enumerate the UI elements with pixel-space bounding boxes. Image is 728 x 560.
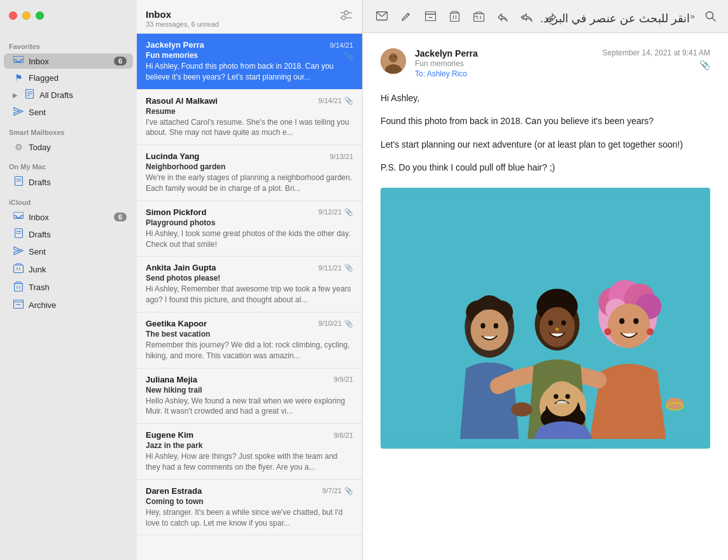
message-date: 9/11/21 bbox=[318, 264, 342, 272]
message-date: 9/9/21 bbox=[333, 375, 353, 383]
sidebar-item-all-drafts[interactable]: ▶ All Drafts bbox=[4, 87, 133, 103]
sidebar-item-flagged[interactable]: ⚑ Flagged bbox=[4, 70, 133, 85]
message-sender: Daren Estrada bbox=[146, 486, 202, 496]
email-to: To: Ashley Rico bbox=[415, 69, 594, 78]
compose-button[interactable] bbox=[396, 8, 416, 25]
sidebar-item-junk-icloud[interactable]: Junk bbox=[4, 261, 133, 277]
inbox-badge: 6 bbox=[114, 57, 127, 66]
sidebar-inbox-label: Inbox bbox=[29, 57, 109, 66]
email-from-name: Jackelyn Perra bbox=[415, 48, 594, 59]
svg-point-82 bbox=[511, 402, 532, 416]
maximize-button[interactable] bbox=[36, 11, 44, 20]
sidebar-junk-icloud-label: Junk bbox=[29, 265, 127, 274]
message-date: 9/10/21 bbox=[318, 319, 342, 327]
email-attachment-icon-detail: 📎 bbox=[603, 60, 710, 70]
archive-icloud-icon bbox=[13, 300, 24, 311]
new-message-button[interactable] bbox=[372, 8, 392, 25]
sidebar-trash-icloud-label: Trash bbox=[29, 283, 127, 292]
svg-point-66 bbox=[605, 328, 612, 335]
filter-icon[interactable] bbox=[339, 9, 353, 24]
message-item[interactable]: Jackelyn Perra 9/14/21 Fun memories 📎 Hi… bbox=[137, 34, 362, 90]
favorites-section-label: Favorites bbox=[0, 35, 137, 53]
message-items: Jackelyn Perra 9/14/21 Fun memories 📎 Hi… bbox=[137, 34, 362, 560]
message-item[interactable]: Geetika Kapoor 9/10/21 📎 The best vacati… bbox=[137, 312, 362, 368]
sidebar-item-inbox-icloud[interactable]: Inbox 6 bbox=[4, 209, 133, 225]
message-item[interactable]: Ankita Jain Gupta 9/11/21 📎 Send photos … bbox=[137, 256, 362, 312]
minimize-button[interactable] bbox=[22, 11, 31, 20]
email-subject-detail: Fun memories bbox=[415, 59, 594, 68]
junk-icloud-icon bbox=[13, 263, 24, 275]
svg-rect-81 bbox=[557, 401, 568, 403]
message-subject: Jazz in the park bbox=[146, 441, 353, 450]
sidebar-item-inbox[interactable]: Inbox 6 bbox=[4, 53, 133, 69]
sidebar-all-drafts-label: All Drafts bbox=[39, 90, 127, 100]
message-preview: Hi Ashley, Found this photo from back in… bbox=[146, 61, 353, 83]
sidebar-item-sent-icloud[interactable]: Sent bbox=[4, 244, 133, 260]
email-detail: Jackelyn Perra Fun memories To: Ashley R… bbox=[363, 33, 728, 560]
message-preview: We're in the early stages of planning a … bbox=[146, 172, 353, 194]
sidebar-sent-label: Sent bbox=[29, 108, 127, 117]
message-sender: Rasoul Al Malkawi bbox=[146, 96, 218, 106]
message-sender: Ankita Jain Gupta bbox=[146, 263, 216, 272]
junk-button[interactable] bbox=[468, 8, 489, 25]
sidebar-drafts-icloud-label: Drafts bbox=[29, 230, 127, 239]
message-item[interactable]: Eugene Kim 9/8/21 Jazz in the park Hi As… bbox=[137, 424, 362, 480]
svg-rect-19 bbox=[14, 302, 24, 309]
message-subject: Neighborhood garden bbox=[146, 162, 353, 171]
svg-point-70 bbox=[540, 307, 575, 347]
message-list: Inbox 33 messages, 6 unread Jackelyn Per… bbox=[137, 0, 363, 560]
trash-icloud-icon bbox=[13, 281, 24, 293]
message-item[interactable]: Rasoul Al Malkawi 9/14/21 📎 Resume I've … bbox=[137, 90, 362, 146]
close-button[interactable] bbox=[9, 11, 17, 20]
message-date: 9/13/21 bbox=[330, 153, 353, 160]
sidebar-item-drafts-icloud[interactable]: Drafts bbox=[4, 226, 133, 242]
sent-icloud-icon bbox=[13, 246, 24, 257]
sidebar-item-trash-icloud[interactable]: Trash bbox=[4, 279, 133, 296]
message-preview: Hey, stranger. It's been a while since w… bbox=[146, 507, 353, 529]
message-sender: Eugene Kim bbox=[146, 430, 193, 440]
svg-point-25 bbox=[342, 16, 346, 20]
email-body: Hi Ashley, Found this photo from back in… bbox=[381, 91, 710, 175]
svg-point-43 bbox=[389, 53, 398, 62]
svg-line-41 bbox=[712, 18, 715, 21]
svg-point-54 bbox=[471, 309, 508, 351]
sidebar-item-drafts-mac[interactable]: Drafts bbox=[4, 174, 133, 190]
sidebar-item-sent[interactable]: Sent bbox=[4, 104, 133, 120]
message-preview: Remember this journey? We did a lot: roc… bbox=[146, 340, 353, 361]
attachment-icon: 📎 bbox=[344, 263, 353, 272]
message-item[interactable]: Juliana Mejia 9/9/21 New hiking trail He… bbox=[137, 368, 362, 424]
trash-button[interactable] bbox=[444, 8, 465, 25]
svg-point-72 bbox=[561, 320, 566, 325]
svg-rect-29 bbox=[425, 12, 435, 15]
message-sender: Lucinda Yang bbox=[146, 151, 199, 161]
attachment-icon: 📎 bbox=[344, 208, 353, 216]
reply-all-button[interactable] bbox=[517, 8, 537, 25]
message-item[interactable]: Simon Pickford 9/12/21 📎 Playground phot… bbox=[137, 201, 362, 257]
message-preview: Hi Ashley, Remember that awesome trip we… bbox=[146, 284, 353, 305]
sidebar-today-label: Today bbox=[29, 143, 127, 152]
message-subject: The best vacation bbox=[146, 330, 353, 339]
sidebar-item-archive-icloud[interactable]: Archive bbox=[4, 297, 133, 313]
email-body-line-4: P.S. Do you think I could pull off blue … bbox=[381, 160, 710, 174]
message-sender: Geetika Kapoor bbox=[146, 319, 207, 328]
message-item[interactable]: Lucinda Yang 9/13/21 Neighborhood garden… bbox=[137, 145, 362, 201]
search-button[interactable] bbox=[701, 8, 719, 25]
message-item[interactable]: Daren Estrada 9/7/21 📎 Coming to town He… bbox=[137, 480, 362, 536]
message-sender: Juliana Mejia bbox=[146, 375, 197, 384]
email-body-line-2: Found this photo from back in 2018. Can … bbox=[381, 114, 710, 128]
message-subject: Coming to town bbox=[146, 497, 353, 506]
search-tooltip: انقر للبحث عن عنصر في البريد. bbox=[540, 11, 690, 25]
message-preview: Hi Ashley, How are things? Just spoke wi… bbox=[146, 451, 353, 473]
svg-point-71 bbox=[549, 320, 553, 325]
message-subject: Playground photos bbox=[146, 218, 353, 227]
today-icon: ⚙ bbox=[13, 142, 24, 152]
email-photo bbox=[381, 188, 710, 449]
message-date: 9/12/21 bbox=[318, 208, 342, 216]
icloud-section-label: iCloud bbox=[0, 191, 137, 209]
archive-button[interactable] bbox=[420, 8, 440, 25]
message-preview: Hi Ashley, I took some great photos of t… bbox=[146, 228, 353, 250]
reply-button[interactable] bbox=[493, 8, 513, 25]
sidebar-item-today[interactable]: ⚙ Today bbox=[4, 139, 133, 155]
svg-point-67 bbox=[647, 328, 654, 335]
message-date: 9/7/21 bbox=[322, 487, 342, 494]
